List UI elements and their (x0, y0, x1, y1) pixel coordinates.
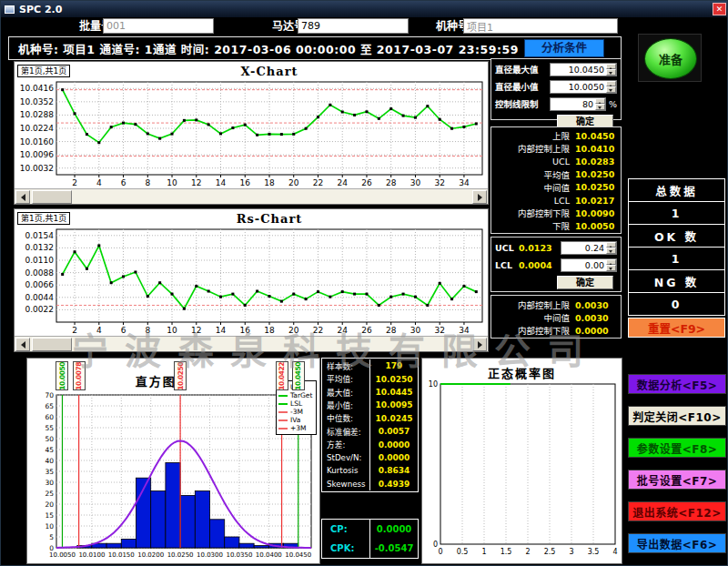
stat-value: 0.0000 (369, 438, 418, 450)
svg-text:30: 30 (410, 326, 421, 335)
svg-text:16: 16 (240, 326, 251, 335)
stat-row: 平均值:10.0250 (322, 372, 418, 385)
lcl-row: LCL 0.0004 0.00 (495, 258, 617, 272)
svg-text:20: 20 (288, 178, 299, 187)
svg-text:0: 0 (438, 548, 442, 556)
limit-value: 10.0283 (575, 157, 614, 167)
svg-text:18: 18 (264, 178, 275, 187)
stat-value: 0.4939 (369, 478, 418, 490)
stat-row: Kurtosis0.8634 (322, 464, 418, 477)
svg-text:1.5: 1.5 (500, 548, 512, 556)
probability-title: 正态概率图 (422, 364, 622, 381)
svg-text:10.0350: 10.0350 (226, 551, 252, 559)
ucl-spinner[interactable]: 0.24 (561, 241, 617, 255)
stat-row: StDev/N:0.0000 (322, 451, 418, 464)
limit-row: 中间值10.0250 (491, 181, 621, 194)
svg-text:22: 22 (313, 326, 323, 335)
svg-text:14: 14 (216, 178, 227, 187)
function-button[interactable]: 批号设置<F7> (628, 470, 726, 490)
scroll-left-icon[interactable] (15, 338, 30, 351)
svg-text:15: 15 (45, 511, 54, 520)
function-button[interactable]: 判定关闭<F10> (628, 406, 726, 426)
window-title: SPC 2.0 (19, 4, 62, 15)
inner-limit-row: 内部控制下限0.0000 (491, 324, 621, 337)
spinner-arrows-icon[interactable] (606, 259, 616, 271)
scroll-left-icon[interactable] (15, 190, 30, 204)
svg-text:10.0160: 10.0160 (20, 137, 54, 147)
inner-limit-row: 中间值0.0030 (491, 311, 621, 324)
reset-button[interactable]: 重置<F9> (628, 318, 725, 338)
svg-text:10.0096: 10.0096 (20, 150, 54, 159)
probability-panel: 正态概率图 00.511.522.533.54100 (421, 358, 622, 564)
scroll-right-icon[interactable] (472, 338, 487, 351)
motor-number-input[interactable] (298, 18, 409, 34)
rschart-panel: 第1页,共1页 0.01540.01320.01100.00880.00660.… (14, 208, 489, 352)
svg-text:60: 60 (45, 413, 54, 421)
svg-text:25: 25 (45, 490, 54, 498)
limit-label: 上限 (491, 129, 575, 142)
diameter-max-spinner[interactable]: 10.0450 (550, 63, 617, 76)
ucl-label: UCL (495, 243, 519, 253)
count-header: NG 数 (628, 269, 725, 293)
diameter-settings-box: 直径最大值 10.0450 直径最小值 10.0050 控制线限制 80 % 确… (490, 58, 622, 120)
rschart-scrollbar[interactable] (15, 336, 488, 351)
legend-item: IVa (278, 416, 314, 424)
function-button[interactable]: 导出数据<F6> (628, 533, 726, 553)
function-button[interactable]: 退出系统<F12> (628, 501, 726, 521)
function-buttons: 数据分析<F5>判定关闭<F10>参数设置<F8>批号设置<F7>退出系统<F1… (628, 374, 726, 553)
control-limit-spinner[interactable]: 80 (550, 97, 606, 111)
ready-lamp[interactable]: 准备 (638, 34, 702, 82)
diameter-min-spinner[interactable]: 10.0050 (550, 80, 617, 94)
stat-label: 样本数: (322, 359, 369, 372)
lcl-label: LCL (495, 260, 519, 270)
svg-text:22: 22 (313, 178, 323, 187)
svg-text:12: 12 (191, 326, 201, 335)
svg-text:10.0450: 10.0450 (285, 551, 311, 559)
spinner-arrows-icon[interactable] (606, 64, 616, 76)
limit-label: UCL (491, 157, 575, 167)
stat-value: 10.0445 (369, 386, 418, 399)
analysis-condition-button[interactable]: 分析条件 (524, 39, 604, 57)
rschart-scroll-thumb[interactable] (32, 338, 72, 351)
stat-label: 方差: (322, 438, 369, 450)
function-button[interactable]: 参数设置<F8> (628, 438, 726, 458)
function-button[interactable]: 数据分析<F5> (628, 374, 726, 394)
inner-limit-label: 内部控制上限 (491, 298, 575, 311)
svg-text:0: 0 (433, 541, 438, 549)
svg-text:10.0200: 10.0200 (137, 551, 164, 559)
control-limit-row: 控制线限制 80 % (495, 96, 617, 111)
limit-value: 10.0410 (575, 144, 614, 154)
svg-text:10: 10 (429, 380, 438, 389)
inner-limit-value: 0.0000 (575, 326, 609, 336)
diameter-min-row: 直径最小值 10.0050 (495, 79, 617, 94)
svg-text:10: 10 (45, 522, 54, 531)
limit-row: UCL10.0283 (491, 155, 621, 167)
range-confirm-button[interactable]: 确定 (557, 276, 613, 289)
cp-label: CPK: (322, 539, 369, 558)
model-number-input[interactable] (463, 18, 618, 34)
legend-dash-icon (278, 419, 288, 421)
xchart-scroll-thumb[interactable] (32, 190, 72, 204)
title-bar[interactable]: SPC 2.0 ✕ (1, 1, 728, 17)
svg-text:10.0032: 10.0032 (20, 164, 54, 173)
xchart-scrollbar[interactable] (15, 188, 488, 204)
svg-text:10.0050: 10.0050 (49, 551, 76, 559)
close-icon[interactable]: ✕ (713, 3, 726, 15)
scroll-right-icon[interactable] (472, 190, 487, 204)
limit-value: 10.0450 (575, 131, 614, 141)
batch-number-input[interactable] (103, 18, 214, 34)
stat-label: 中位数: (322, 412, 369, 425)
svg-text:10.0224: 10.0224 (20, 124, 54, 133)
spinner-arrows-icon[interactable] (595, 98, 605, 110)
range-settings-box: UCL 0.0123 0.24 LCL 0.0004 0.00 确定 (490, 237, 622, 292)
svg-text:10.0100: 10.0100 (78, 551, 105, 559)
legend-item: -3M (278, 408, 314, 416)
svg-text:0.0088: 0.0088 (25, 268, 55, 278)
spinner-arrows-icon[interactable] (606, 81, 616, 93)
cp-row: CPK:-0.0547 (322, 539, 418, 558)
svg-text:X-Chart: X-Chart (240, 65, 298, 78)
spinner-arrows-icon[interactable] (606, 242, 616, 254)
xchart-page-label: 第1页,共1页 (17, 65, 70, 77)
lcl-spinner[interactable]: 0.00 (561, 258, 617, 272)
stat-value: 0.8634 (369, 464, 418, 477)
